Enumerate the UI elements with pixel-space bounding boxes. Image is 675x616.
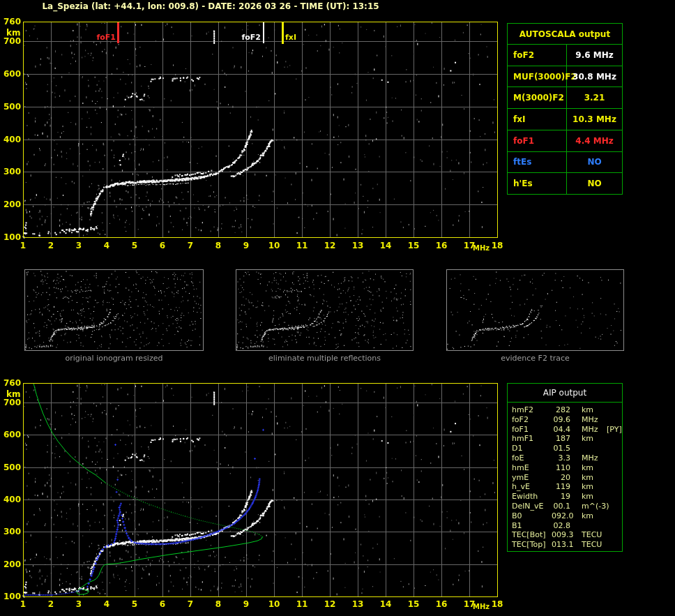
aip-row-tectop: TEC[Top]013.1TECU <box>512 540 622 550</box>
aip-param-unit: km <box>582 492 607 502</box>
aip-param-value: 02.8 <box>552 521 570 531</box>
y-tick-label: 500 <box>1 102 21 112</box>
autoscala-table-header: AUTOSCALA output <box>508 24 622 45</box>
y-tick-label: 200 <box>1 200 21 209</box>
marker-label-foF1: foF1 <box>88 33 116 42</box>
aip-table-header: AIP output <box>508 384 622 403</box>
y-tick-label: 200 <box>1 559 21 569</box>
aip-param-value: 3.3 <box>552 453 570 463</box>
x-tick-label: 16 <box>434 241 448 250</box>
aip-param-value: 282 <box>552 405 570 415</box>
autoscala-param-value: 4.4 MHz <box>567 130 622 151</box>
y-tick-label: 600 <box>1 430 21 440</box>
thumbnail-original-ionogram <box>24 269 204 351</box>
aip-table-body: hmF2282kmfoF209.6MHzfoF104.4MHz[PY]hmF11… <box>508 403 622 550</box>
aip-row-hmf2: hmF2282km <box>512 405 622 415</box>
autoscala-param-value: NO <box>567 173 622 194</box>
x-tick-label: 14 <box>379 599 393 609</box>
aip-param-label: h_vE <box>512 482 552 492</box>
autoscala-row-hes: h'EsNO <box>508 173 622 194</box>
aip-param-label: foF2 <box>512 415 552 425</box>
aip-row-delnve: DelN_vE00.1m^(-3) <box>512 502 622 511</box>
aip-param-value: 110 <box>552 463 570 473</box>
aip-param-unit: km <box>582 434 607 444</box>
aip-row-hve: h_vE119km <box>512 482 622 492</box>
thumbnail-caption-eliminate: eliminate multiple reflections <box>236 354 414 363</box>
y-tick-label: 400 <box>1 135 21 144</box>
aip-param-extra <box>607 463 622 473</box>
x-tick-label: 15 <box>407 599 420 609</box>
autoscala-param-label: M(3000)F2 <box>508 87 567 108</box>
aip-row-foe: foE3.3MHz <box>512 453 622 463</box>
x-tick-label: 16 <box>434 599 448 609</box>
aip-row-tecbot: TEC[Bot]009.3TECU <box>512 530 622 540</box>
x-tick-label: 4 <box>100 241 114 250</box>
aip-param-value: 09.6 <box>552 415 570 425</box>
y-axis-unit-label: km <box>6 389 20 399</box>
aip-param-value: 119 <box>552 482 570 492</box>
autoscala-row-fof2: foF29.6 MHz <box>508 45 622 66</box>
aip-param-extra <box>607 473 622 483</box>
x-tick-label: 11 <box>295 241 309 250</box>
x-tick-label: 13 <box>351 599 365 609</box>
ionogram-dashboard: La_Spezia (lat: +44.1, lon: 009.8) - DAT… <box>0 0 675 616</box>
autoscala-row-ftes: ftEsNO <box>508 152 622 174</box>
x-axis-unit-label: MHz <box>473 244 490 252</box>
thumbnail-eliminate-reflections <box>236 269 414 351</box>
aip-param-label: hmF2 <box>512 405 552 415</box>
x-tick-label: 4 <box>100 599 114 609</box>
x-tick-label: 9 <box>239 599 253 609</box>
aip-param-label: Ewidth <box>512 492 552 502</box>
aip-param-value: 009.3 <box>552 530 570 540</box>
x-tick-label: 2 <box>44 241 58 250</box>
x-tick-label: 14 <box>379 241 393 250</box>
x-tick-label: 9 <box>239 241 253 250</box>
x-tick-label: 11 <box>295 599 309 609</box>
aip-param-extra <box>607 540 622 550</box>
aip-row-b1: B102.8 <box>512 521 622 531</box>
aip-row-hmf1: hmF1187km <box>512 434 622 444</box>
autoscala-param-label: fxI <box>508 109 567 130</box>
autoscala-param-value: 10.3 MHz <box>567 109 622 130</box>
aip-param-extra <box>607 405 622 415</box>
aip-param-unit: TECU <box>582 530 607 540</box>
thumbnail-caption-evidence: evidence F2 trace <box>446 354 624 363</box>
autoscala-param-value: 3.21 <box>567 87 622 108</box>
x-tick-label: 8 <box>211 241 225 250</box>
aip-param-label: D1 <box>512 444 552 453</box>
autoscala-param-label: ftEs <box>508 152 567 173</box>
x-tick-label: 15 <box>407 241 420 250</box>
aip-param-value: 19 <box>552 492 570 502</box>
x-tick-label: 1 <box>16 241 30 250</box>
x-tick-label: 6 <box>156 241 169 250</box>
aip-param-extra <box>607 511 622 521</box>
aip-row-fof2: foF209.6MHz <box>512 415 622 425</box>
aip-row-hme: hmE110km <box>512 463 622 473</box>
aip-param-unit: km <box>582 473 607 483</box>
aip-param-unit: m^(-3) <box>582 502 607 511</box>
autoscala-output-table: AUTOSCALA output foF29.6 MHzMUF(3000)F23… <box>507 23 623 195</box>
x-tick-label: 10 <box>267 599 281 609</box>
x-tick-label: 12 <box>323 599 337 609</box>
aip-param-label: B0 <box>512 511 552 521</box>
aip-param-label: TEC[Top] <box>512 540 552 550</box>
x-tick-label: 18 <box>490 599 504 609</box>
aip-param-unit: km <box>582 405 607 415</box>
aip-output-table: AIP output hmF2282kmfoF209.6MHzfoF104.4M… <box>507 383 623 552</box>
aip-param-label: hmE <box>512 463 552 473</box>
aip-param-extra <box>607 530 622 540</box>
autoscala-param-value: 9.6 MHz <box>567 45 622 66</box>
y-tick-label: 700 <box>1 36 21 46</box>
x-tick-label: 18 <box>490 241 504 250</box>
autoscala-param-value: NO <box>567 152 622 173</box>
x-tick-label: 10 <box>267 241 281 250</box>
x-axis-unit-label: MHz <box>473 603 490 610</box>
aip-param-extra <box>607 482 622 492</box>
aip-param-extra <box>607 492 622 502</box>
x-tick-label: 5 <box>128 599 142 609</box>
autoscala-row-fof1: foF14.4 MHz <box>508 130 622 152</box>
aip-param-label: ymE <box>512 473 552 483</box>
y-tick-label: 400 <box>1 495 21 504</box>
x-tick-label: 2 <box>44 599 58 609</box>
aip-param-extra <box>607 434 622 444</box>
